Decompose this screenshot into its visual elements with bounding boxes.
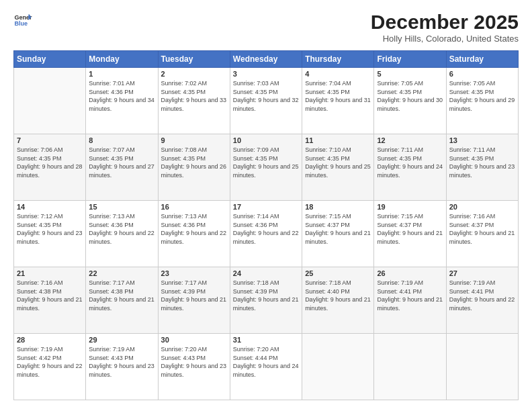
day-number: 29 bbox=[89, 336, 154, 344]
calendar-cell: 3Sunrise: 7:03 AMSunset: 4:35 PMDaylight… bbox=[230, 68, 302, 134]
day-number: 1 bbox=[89, 70, 154, 78]
day-number: 10 bbox=[233, 136, 299, 144]
day-number: 20 bbox=[449, 203, 515, 211]
day-info: Sunrise: 7:07 AMSunset: 4:35 PMDaylight:… bbox=[89, 146, 154, 179]
day-number: 3 bbox=[233, 70, 299, 78]
col-header-saturday: Saturday bbox=[446, 51, 518, 68]
calendar-cell: 26Sunrise: 7:19 AMSunset: 4:41 PMDayligh… bbox=[374, 267, 446, 334]
day-info: Sunrise: 7:18 AMSunset: 4:39 PMDaylight:… bbox=[233, 279, 299, 312]
calendar-cell: 21Sunrise: 7:16 AMSunset: 4:38 PMDayligh… bbox=[14, 267, 86, 334]
day-info: Sunrise: 7:19 AMSunset: 4:41 PMDaylight:… bbox=[377, 279, 443, 312]
day-info: Sunrise: 7:16 AMSunset: 4:38 PMDaylight:… bbox=[17, 279, 83, 312]
day-number: 26 bbox=[377, 269, 443, 277]
day-info: Sunrise: 7:20 AMSunset: 4:44 PMDaylight:… bbox=[233, 345, 299, 379]
day-info: Sunrise: 7:14 AMSunset: 4:36 PMDaylight:… bbox=[233, 212, 299, 246]
day-number: 7 bbox=[17, 136, 83, 144]
day-number: 4 bbox=[305, 70, 371, 78]
day-number: 30 bbox=[161, 336, 227, 344]
day-number: 19 bbox=[377, 203, 443, 211]
day-number: 13 bbox=[449, 136, 515, 144]
calendar-cell: 5Sunrise: 7:05 AMSunset: 4:35 PMDaylight… bbox=[374, 68, 446, 134]
calendar-cell: 14Sunrise: 7:12 AMSunset: 4:35 PMDayligh… bbox=[14, 201, 86, 267]
day-info: Sunrise: 7:17 AMSunset: 4:39 PMDaylight:… bbox=[161, 279, 227, 312]
calendar-cell: 20Sunrise: 7:16 AMSunset: 4:37 PMDayligh… bbox=[446, 201, 518, 267]
day-info: Sunrise: 7:04 AMSunset: 4:35 PMDaylight:… bbox=[305, 79, 371, 113]
calendar-cell: 15Sunrise: 7:13 AMSunset: 4:36 PMDayligh… bbox=[86, 201, 158, 267]
day-number: 9 bbox=[161, 136, 227, 144]
day-number: 24 bbox=[233, 269, 299, 277]
location-subtitle: Holly Hills, Colorado, United States bbox=[371, 34, 519, 44]
calendar-cell: 22Sunrise: 7:17 AMSunset: 4:38 PMDayligh… bbox=[86, 267, 158, 334]
calendar-cell: 27Sunrise: 7:19 AMSunset: 4:41 PMDayligh… bbox=[446, 267, 518, 334]
calendar-week-row: 14Sunrise: 7:12 AMSunset: 4:35 PMDayligh… bbox=[14, 201, 519, 267]
day-number: 18 bbox=[305, 203, 371, 211]
col-header-tuesday: Tuesday bbox=[158, 51, 230, 68]
day-number: 23 bbox=[161, 269, 227, 277]
day-info: Sunrise: 7:12 AMSunset: 4:35 PMDaylight:… bbox=[17, 212, 83, 246]
calendar-cell: 28Sunrise: 7:19 AMSunset: 4:42 PMDayligh… bbox=[14, 334, 86, 400]
calendar-cell: 17Sunrise: 7:14 AMSunset: 4:36 PMDayligh… bbox=[230, 201, 302, 267]
day-info: Sunrise: 7:13 AMSunset: 4:36 PMDaylight:… bbox=[161, 212, 227, 246]
day-info: Sunrise: 7:17 AMSunset: 4:38 PMDaylight:… bbox=[89, 279, 154, 312]
calendar-week-row: 21Sunrise: 7:16 AMSunset: 4:38 PMDayligh… bbox=[14, 267, 519, 334]
day-info: Sunrise: 7:16 AMSunset: 4:37 PMDaylight:… bbox=[449, 212, 515, 246]
calendar-cell bbox=[446, 334, 518, 400]
day-info: Sunrise: 7:11 AMSunset: 4:35 PMDaylight:… bbox=[377, 146, 443, 179]
calendar-cell: 29Sunrise: 7:19 AMSunset: 4:43 PMDayligh… bbox=[86, 334, 158, 400]
calendar-cell: 23Sunrise: 7:17 AMSunset: 4:39 PMDayligh… bbox=[158, 267, 230, 334]
logo-icon: General Blue bbox=[13, 11, 32, 30]
day-info: Sunrise: 7:19 AMSunset: 4:41 PMDaylight:… bbox=[449, 279, 515, 312]
calendar-cell bbox=[14, 68, 86, 134]
calendar-cell: 11Sunrise: 7:10 AMSunset: 4:35 PMDayligh… bbox=[302, 134, 374, 201]
calendar-cell: 9Sunrise: 7:08 AMSunset: 4:35 PMDaylight… bbox=[158, 134, 230, 201]
calendar-cell: 1Sunrise: 7:01 AMSunset: 4:36 PMDaylight… bbox=[86, 68, 158, 134]
col-header-monday: Monday bbox=[86, 51, 158, 68]
day-info: Sunrise: 7:06 AMSunset: 4:35 PMDaylight:… bbox=[17, 146, 83, 179]
day-info: Sunrise: 7:03 AMSunset: 4:35 PMDaylight:… bbox=[233, 79, 299, 113]
day-number: 2 bbox=[161, 70, 227, 78]
calendar-cell: 10Sunrise: 7:09 AMSunset: 4:35 PMDayligh… bbox=[230, 134, 302, 201]
calendar-cell: 18Sunrise: 7:15 AMSunset: 4:37 PMDayligh… bbox=[302, 201, 374, 267]
day-info: Sunrise: 7:05 AMSunset: 4:35 PMDaylight:… bbox=[449, 79, 515, 113]
calendar-cell: 19Sunrise: 7:15 AMSunset: 4:37 PMDayligh… bbox=[374, 201, 446, 267]
day-number: 31 bbox=[233, 336, 299, 344]
calendar-week-row: 1Sunrise: 7:01 AMSunset: 4:36 PMDaylight… bbox=[14, 68, 519, 134]
day-number: 12 bbox=[377, 136, 443, 144]
calendar-cell: 8Sunrise: 7:07 AMSunset: 4:35 PMDaylight… bbox=[86, 134, 158, 201]
calendar-cell: 25Sunrise: 7:18 AMSunset: 4:40 PMDayligh… bbox=[302, 267, 374, 334]
calendar-week-row: 28Sunrise: 7:19 AMSunset: 4:42 PMDayligh… bbox=[14, 334, 519, 400]
calendar-week-row: 7Sunrise: 7:06 AMSunset: 4:35 PMDaylight… bbox=[14, 134, 519, 201]
day-info: Sunrise: 7:20 AMSunset: 4:43 PMDaylight:… bbox=[161, 345, 227, 379]
day-number: 25 bbox=[305, 269, 371, 277]
day-number: 11 bbox=[305, 136, 371, 144]
header: General Blue December 2025 Holly Hills, … bbox=[13, 11, 519, 44]
calendar-cell: 2Sunrise: 7:02 AMSunset: 4:35 PMDaylight… bbox=[158, 68, 230, 134]
day-info: Sunrise: 7:08 AMSunset: 4:35 PMDaylight:… bbox=[161, 146, 227, 179]
day-info: Sunrise: 7:05 AMSunset: 4:35 PMDaylight:… bbox=[377, 79, 443, 113]
day-number: 16 bbox=[161, 203, 227, 211]
title-area: December 2025 Holly Hills, Colorado, Uni… bbox=[371, 11, 519, 44]
calendar-cell: 31Sunrise: 7:20 AMSunset: 4:44 PMDayligh… bbox=[230, 334, 302, 400]
day-info: Sunrise: 7:19 AMSunset: 4:42 PMDaylight:… bbox=[17, 345, 83, 379]
calendar-cell: 16Sunrise: 7:13 AMSunset: 4:36 PMDayligh… bbox=[158, 201, 230, 267]
calendar-cell bbox=[374, 334, 446, 400]
day-info: Sunrise: 7:01 AMSunset: 4:36 PMDaylight:… bbox=[89, 79, 154, 113]
calendar-cell: 30Sunrise: 7:20 AMSunset: 4:43 PMDayligh… bbox=[158, 334, 230, 400]
day-info: Sunrise: 7:13 AMSunset: 4:36 PMDaylight:… bbox=[89, 212, 154, 246]
calendar-cell: 7Sunrise: 7:06 AMSunset: 4:35 PMDaylight… bbox=[14, 134, 86, 201]
calendar-cell: 24Sunrise: 7:18 AMSunset: 4:39 PMDayligh… bbox=[230, 267, 302, 334]
calendar-cell: 6Sunrise: 7:05 AMSunset: 4:35 PMDaylight… bbox=[446, 68, 518, 134]
day-number: 6 bbox=[449, 70, 515, 78]
calendar-cell: 12Sunrise: 7:11 AMSunset: 4:35 PMDayligh… bbox=[374, 134, 446, 201]
day-info: Sunrise: 7:18 AMSunset: 4:40 PMDaylight:… bbox=[305, 279, 371, 312]
calendar-header-row: SundayMondayTuesdayWednesdayThursdayFrid… bbox=[14, 51, 519, 68]
col-header-friday: Friday bbox=[374, 51, 446, 68]
col-header-thursday: Thursday bbox=[302, 51, 374, 68]
day-number: 8 bbox=[89, 136, 154, 144]
day-number: 14 bbox=[17, 203, 83, 211]
day-number: 15 bbox=[89, 203, 154, 211]
day-number: 22 bbox=[89, 269, 154, 277]
day-info: Sunrise: 7:10 AMSunset: 4:35 PMDaylight:… bbox=[305, 146, 371, 179]
logo: General Blue bbox=[13, 11, 32, 30]
month-title: December 2025 bbox=[371, 11, 519, 34]
